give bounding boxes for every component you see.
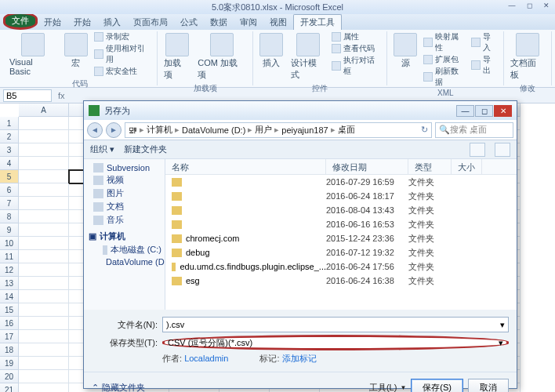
refresh-data-button[interactable]: 刷新数据 [423,66,466,88]
record-macro-button[interactable]: 录制宏 [94,31,153,42]
tree-music[interactable]: 音乐 [85,213,163,227]
tree-pictures[interactable]: 图片 [85,187,163,200]
dialog-close-button[interactable]: ✕ [494,105,512,117]
view-mode-button[interactable] [470,143,485,157]
cell[interactable] [19,277,69,290]
nav-back-button[interactable]: ◄ [87,122,103,138]
cell[interactable] [19,343,69,357]
tab-insert[interactable]: 插入 [97,15,127,30]
hide-folders-toggle[interactable]: ⌃隐藏文件夹 [92,382,145,393]
expand-pack-button[interactable]: 扩展包 [423,54,466,65]
cell[interactable] [19,303,69,317]
row-header[interactable]: 13 [0,277,19,290]
list-item[interactable]: 2016-07-29 16:59文件夹 [165,175,517,189]
tab-developer[interactable]: 开发工具 [293,14,342,30]
tree-subversion[interactable]: Subversion [85,162,163,173]
cell[interactable] [19,197,69,210]
tree-drive-c[interactable]: 本地磁盘 (C:) [85,243,163,256]
tab-home2[interactable]: 开始 [67,15,97,30]
cell[interactable] [19,183,69,197]
list-item[interactable]: chromecj.com2015-12-24 23:36文件夹 [165,231,517,245]
minimize-button[interactable]: — [503,0,521,11]
row-header[interactable]: 6 [0,183,19,197]
xml-export-button[interactable]: 导出 [471,54,499,76]
filename-input[interactable]: ).csv▾ [162,317,509,332]
insert-control-button[interactable]: 插入 [258,31,285,71]
cell[interactable] [19,117,69,130]
breadcrumb[interactable]: 🖳 ▸计算机 ▸DataVolume (D:) ▸用户 ▸peiyajun187… [125,122,432,138]
help-button[interactable] [495,143,510,157]
row-header[interactable]: 5 [0,170,19,183]
new-folder-button[interactable]: 新建文件夹 [124,143,167,155]
cell[interactable] [19,263,69,277]
com-addins-button[interactable]: COM 加载项 [196,31,248,82]
row-header[interactable]: 21 [0,383,19,392]
run-dialog-button[interactable]: 执行对话框 [332,55,383,77]
cell[interactable] [19,317,69,330]
properties-button[interactable]: 属性 [332,31,383,42]
dialog-max-button[interactable]: ◻ [475,105,493,117]
tree-computer[interactable]: ▣计算机 [85,230,163,243]
xml-source-button[interactable]: 源 [392,31,419,71]
tree-videos[interactable]: 视频 [85,173,163,187]
tab-review[interactable]: 审阅 [234,15,263,30]
macros-button[interactable]: 宏 [63,31,89,71]
cell[interactable] [19,370,69,383]
tools-dropdown[interactable]: 工具(L)▼ [369,382,406,393]
cell[interactable] [19,290,69,303]
row-header[interactable]: 16 [0,317,19,330]
doc-panel-button[interactable]: 文档面板 [509,31,546,82]
tag-link[interactable]: 添加标记 [282,354,317,363]
row-header[interactable]: 17 [0,330,19,343]
cell[interactable] [19,223,69,237]
organize-button[interactable]: 组织 ▾ [90,143,114,155]
tree-drive-d[interactable]: DataVolume (D: [85,256,163,267]
row-header[interactable]: 8 [0,210,19,223]
author-link[interactable]: Localadmin [184,354,228,363]
name-box[interactable]: B5 [3,89,52,102]
nav-tree[interactable]: Subversion 视频 图片 文档 音乐 ▣计算机 本地磁盘 (C:) Da… [84,159,165,310]
tab-formulas[interactable]: 公式 [174,15,204,30]
cell[interactable] [19,157,69,170]
map-props-button[interactable]: 映射属性 [423,31,466,53]
list-item[interactable]: 2016-08-04 13:43文件夹 [165,203,517,217]
visual-basic-button[interactable]: Visual Basic [8,31,58,78]
tab-home[interactable]: 开始 [38,15,67,30]
cell[interactable] [19,383,69,392]
close-button[interactable]: ✕ [538,0,555,11]
row-header[interactable]: 10 [0,237,19,250]
col-date[interactable]: 修改日期 [326,159,408,174]
row-header[interactable]: 18 [0,343,19,357]
col-name[interactable]: 名称 [165,159,326,174]
row-header[interactable]: 15 [0,303,19,317]
cancel-button[interactable]: 取消 [468,379,509,392]
list-item[interactable]: 2016-06-16 16:53文件夹 [165,217,517,231]
row-header[interactable]: 4 [0,157,19,170]
dialog-min-button[interactable]: — [456,105,474,117]
col-header[interactable]: A [19,103,69,117]
design-mode-button[interactable]: 设计模式 [289,31,327,82]
view-code-button[interactable]: 查看代码 [332,43,383,54]
list-item[interactable]: debug2016-07-12 19:32文件夹 [165,245,517,260]
row-header[interactable]: 14 [0,290,19,303]
cell[interactable] [19,170,69,183]
cell[interactable] [19,237,69,250]
list-item[interactable]: edu.umd.cs.findbugs.plugin.eclipse_...20… [165,260,517,274]
addins-button[interactable]: 加载项 [162,31,191,82]
save-button[interactable]: 保存(S) [411,379,463,392]
refresh-icon[interactable]: ↻ [421,125,428,135]
cell[interactable] [19,357,69,370]
tab-data[interactable]: 数据 [204,15,234,30]
row-header[interactable]: 2 [0,130,19,143]
maximize-button[interactable]: ◻ [521,0,538,11]
col-type[interactable]: 类型 [408,159,452,174]
tab-file[interactable]: 文件 [3,12,38,30]
nav-fwd-button[interactable]: ► [106,122,122,138]
cell[interactable] [19,330,69,343]
row-header[interactable]: 20 [0,370,19,383]
list-item[interactable]: esg2016-06-24 16:38文件夹 [165,274,517,288]
xml-import-button[interactable]: 导入 [471,31,499,53]
row-header[interactable]: 7 [0,197,19,210]
fx-icon[interactable]: fx [52,91,71,100]
cell[interactable] [19,210,69,223]
